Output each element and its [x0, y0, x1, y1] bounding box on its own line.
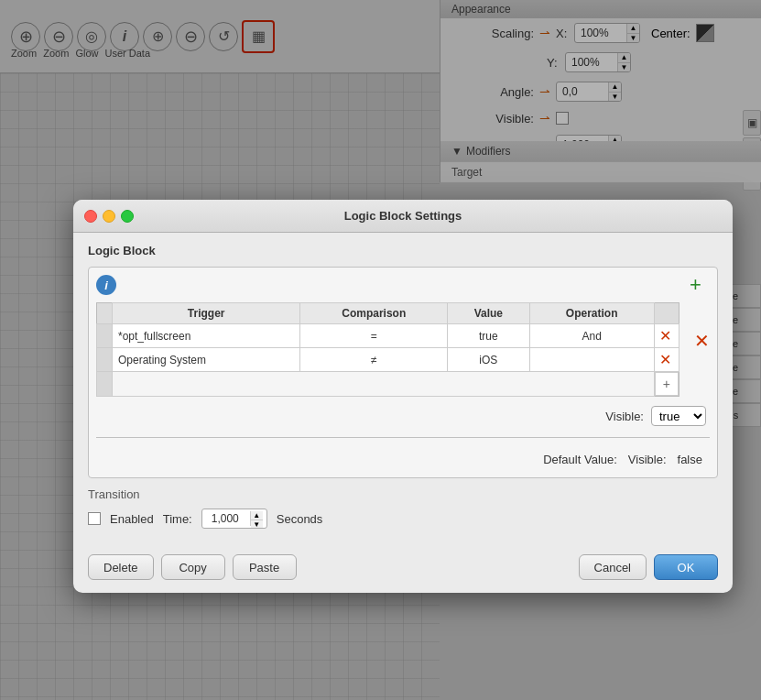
logic-block-section-label: Logic Block: [88, 244, 718, 257]
transition-enabled-checkbox[interactable]: [88, 512, 101, 525]
window-controls: [84, 210, 134, 223]
delete-row-1-button[interactable]: ✕: [657, 327, 675, 345]
comparison-cell-1[interactable]: =: [300, 324, 448, 348]
visible-select[interactable]: true false: [651, 406, 706, 426]
default-visible-value: false: [678, 453, 702, 466]
transition-seconds-label: Seconds: [277, 512, 323, 526]
close-button[interactable]: [84, 210, 97, 223]
delete-row-cell-1: ✕: [654, 324, 679, 348]
ok-button[interactable]: OK: [654, 554, 718, 580]
modal-body: Logic Block i + Trigger Comparison Value: [73, 233, 733, 543]
value-cell-1[interactable]: true: [448, 324, 529, 348]
value-cell-2[interactable]: iOS: [448, 348, 529, 372]
value-header: Value: [448, 303, 529, 324]
visible-control-label: Visible:: [605, 410, 644, 423]
row-handle-2: [97, 348, 113, 372]
comparison-header: Comparison: [300, 303, 448, 324]
logic-block-content: i + Trigger Comparison Value Operation: [88, 267, 718, 478]
delete-row-2-icon: ✕: [659, 351, 671, 368]
trigger-header: Trigger: [113, 303, 300, 324]
transition-time-value: 1,000: [206, 512, 250, 525]
delete-row-2-button[interactable]: ✕: [657, 351, 675, 369]
separator-line: [96, 437, 710, 438]
minimize-button[interactable]: [103, 210, 115, 223]
time-spin-up[interactable]: ▲: [251, 511, 263, 520]
maximize-button[interactable]: [121, 210, 134, 223]
default-value-label: Default Value:: [543, 453, 617, 466]
row-handle-1: [97, 324, 113, 348]
default-value-row: Default Value: Visible: false: [96, 449, 710, 470]
add-row-handle: [97, 372, 113, 397]
trigger-cell-2[interactable]: Operating System: [113, 348, 300, 372]
copy-button[interactable]: Copy: [161, 554, 225, 580]
logic-block-modal: Logic Block Settings Logic Block i + Tri…: [73, 200, 733, 593]
transition-label: Transition: [88, 487, 718, 501]
transition-time-spinners[interactable]: ▲ ▼: [250, 511, 263, 526]
footer-right-buttons: Cancel OK: [579, 554, 718, 580]
transition-enabled-label: Enabled: [110, 512, 154, 526]
delete-condition-icon: ✕: [694, 331, 710, 351]
paste-button[interactable]: Paste: [233, 554, 297, 580]
delete-button[interactable]: Delete: [88, 554, 154, 580]
delete-row-1-icon: ✕: [659, 327, 671, 345]
transition-time-label: Time:: [163, 512, 192, 526]
table-row: Operating System ≠ iOS ✕: [97, 348, 679, 372]
add-row: +: [97, 372, 679, 397]
operation-header: Operation: [529, 303, 654, 324]
modal-title: Logic Block Settings: [344, 209, 462, 223]
table-container: Trigger Comparison Value Operation *opt_…: [96, 302, 710, 397]
info-row: i +: [96, 275, 710, 295]
add-row-cell: +: [655, 372, 679, 396]
time-spin-down[interactable]: ▼: [251, 520, 263, 529]
trigger-cell-1[interactable]: *opt_fullscreen: [113, 324, 300, 348]
comparison-cell-2[interactable]: ≠: [300, 348, 448, 372]
modal-footer: Delete Copy Paste Cancel OK: [73, 543, 733, 593]
add-row-icon[interactable]: +: [663, 377, 670, 391]
modal-titlebar: Logic Block Settings: [73, 200, 733, 233]
transition-section: Transition Enabled Time: 1,000 ▲ ▼ Secon…: [88, 487, 718, 529]
conditions-table: Trigger Comparison Value Operation *opt_…: [96, 302, 679, 397]
add-condition-icon[interactable]: +: [690, 275, 710, 295]
cancel-button[interactable]: Cancel: [579, 554, 647, 580]
default-visible-label: Visible:: [628, 453, 667, 466]
visible-control-row: Visible: true false: [96, 406, 710, 426]
footer-left-buttons: Delete Copy Paste: [88, 554, 297, 580]
operation-cell-1[interactable]: And: [529, 324, 654, 348]
delete-condition-button[interactable]: ✕: [687, 330, 710, 352]
operation-cell-2[interactable]: [529, 348, 654, 372]
info-icon: i: [96, 275, 116, 295]
table-row: *opt_fullscreen = true And ✕: [97, 324, 679, 348]
transition-row: Enabled Time: 1,000 ▲ ▼ Seconds: [88, 509, 718, 529]
delete-row-cell-2: ✕: [654, 348, 679, 372]
add-row-spacer: [113, 372, 655, 397]
transition-time-input[interactable]: 1,000 ▲ ▼: [201, 509, 267, 529]
